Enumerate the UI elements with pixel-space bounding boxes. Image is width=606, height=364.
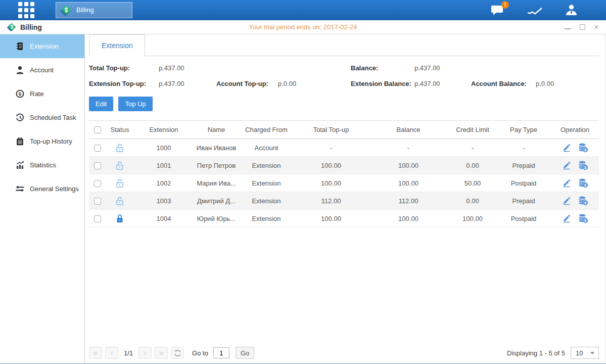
extension-table: Status Extension Name Charged From Total… [89,120,599,228]
lock-open-icon[interactable] [116,196,124,206]
lock-open-icon[interactable] [116,161,124,170]
credit-limit-cell: - [449,139,496,157]
lock-open-icon[interactable] [116,143,124,153]
edit-icon[interactable] [562,196,571,205]
balance-cell: 112.00 [368,192,449,210]
topup-icon[interactable]: $ [578,214,588,223]
name-cell: Юрий Юрь... [194,210,239,228]
charged-from-cell: Extension [239,157,294,174]
extension-cell: 1003 [133,192,194,210]
total-topup-cell: 100.00 [294,210,368,228]
page-size-value: 10 [576,349,583,357]
sidebar-item-label: Extension [30,42,59,50]
sidebar-item-statistics[interactable]: Statistics [0,153,84,177]
sidebar-item-general-settings[interactable]: General Settings [0,177,84,201]
select-all-checkbox[interactable] [94,126,101,133]
total-topup-value: p.437.00 [159,64,184,72]
edit-icon[interactable] [562,214,571,223]
sidebar-item-account[interactable]: Account [0,58,84,82]
user-icon[interactable] [565,4,578,16]
total-topup-cell: - [294,139,368,157]
table-row: 1001Петр ПетровExtension100.00100.000.00… [89,157,599,174]
total-topup-cell: 112.00 [294,192,368,210]
lock-closed-icon[interactable] [116,214,124,223]
apps-grid-icon[interactable] [18,2,34,18]
extension-topup-value: p.437.00 [159,80,216,87]
go-button[interactable]: Go [236,347,254,359]
extension-cell: 1000 [133,139,194,157]
charged-from-cell: Extension [239,210,294,228]
sidebar-item-label: Account [30,66,54,74]
edit-icon[interactable] [562,143,571,152]
pay-type-cell: Postpaid [496,174,551,192]
status-cell [106,174,133,192]
credit-limit-cell: 100.00 [449,210,496,228]
refresh-button[interactable] [171,347,184,359]
top-up-button[interactable]: Top Up [118,97,152,111]
prev-page-button[interactable]: ‹ [105,347,118,359]
next-page-button[interactable]: › [138,347,152,359]
minimize-button[interactable] [565,25,571,29]
edit-button[interactable]: Edit [89,97,113,111]
messages-icon[interactable]: ! [491,5,504,16]
first-page-button[interactable]: « [89,347,102,359]
operation-cell: $ [551,143,598,153]
chevron-down-icon [590,352,594,354]
sidebar-item-label: Statistics [30,161,56,169]
goto-label: Go to [192,349,208,357]
operation-cell: $ [551,196,598,206]
page-size-dropdown[interactable]: 10 [571,347,599,359]
pay-type-cell: Postpaid [496,210,551,228]
status-cell [106,210,133,228]
col-status: Status [106,121,133,139]
topup-icon[interactable]: $ [578,143,588,153]
row-checkbox[interactable] [94,198,101,205]
lock-open-icon[interactable] [116,178,124,188]
statistics-icon [16,161,24,169]
sidebar-item-extension[interactable]: Extension [0,34,84,58]
row-checkbox[interactable] [94,162,101,169]
col-credit-limit: Credit Limit [449,121,496,139]
col-pay-type: Pay Type [496,121,551,139]
edit-icon[interactable] [562,161,571,170]
status-cell [106,157,133,174]
table-body: 1000Иван ИвановAccount----$1001Петр Петр… [89,139,599,228]
operation-cell: $ [551,161,598,170]
goto-page-input[interactable] [213,347,229,358]
charged-from-cell: Extension [239,174,294,192]
row-checkbox[interactable] [94,180,101,187]
pagination-bar: « ‹ 1/1 › » Go to Go Displaying 1 - 5 of… [89,347,599,359]
account-topup-value: p.0.00 [278,80,296,87]
sidebar-item-rate[interactable]: $ Rate [0,82,84,106]
account-topup-label: Account Top-up: [216,80,278,87]
pay-type-cell: - [496,139,551,157]
sidebar-item-topup-history[interactable]: Top-up History [0,129,84,153]
tab-extension[interactable]: Extension [89,34,145,57]
edit-icon[interactable] [562,178,571,188]
trial-notice: Your trial period ends on: 2017-02-24 [0,23,606,31]
close-button[interactable]: × [594,24,599,30]
extension-icon [16,42,24,51]
row-checkbox[interactable] [94,145,101,152]
balance-label: Balance: [351,64,414,72]
window-title: Billing [20,23,42,31]
topup-icon[interactable]: $ [578,161,588,170]
last-page-button[interactable]: » [155,347,168,359]
topup-icon[interactable]: $ [578,196,588,206]
name-cell: Иван Иванов [194,139,239,157]
table-header-row: Status Extension Name Charged From Total… [89,121,599,139]
maximize-button[interactable] [580,24,585,30]
main-content: Extension Total Top-up: p.437.00 Balance… [85,34,606,363]
taskbar-item-billing[interactable]: $ Billing [56,2,132,18]
monitor-icon[interactable] [527,5,543,15]
topup-icon[interactable]: $ [578,178,588,188]
sidebar-item-label: General Settings [30,185,79,193]
billing-window-icon: $ [7,22,17,32]
name-cell: Мария Ива... [194,174,239,192]
extension-cell: 1001 [133,157,194,174]
sidebar-item-scheduled-task[interactable]: Scheduled Task [0,106,84,129]
extension-cell: 1004 [133,210,194,228]
sidebar: Extension Account $ Rate [0,34,85,363]
balance-cell: 100.00 [368,174,449,192]
row-checkbox[interactable] [94,215,101,222]
